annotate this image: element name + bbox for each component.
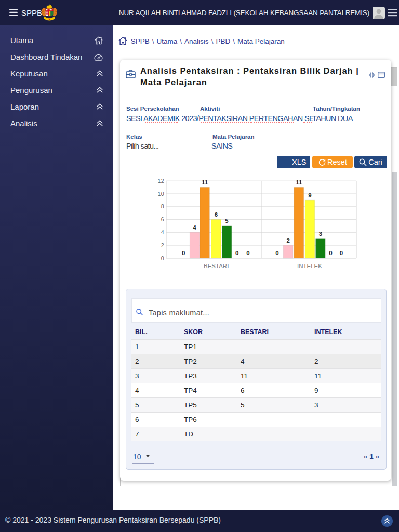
- svg-text:0: 0: [246, 250, 249, 256]
- svg-text:5: 5: [225, 218, 229, 224]
- svg-text:2: 2: [286, 237, 289, 244]
- svg-text:4: 4: [193, 224, 196, 231]
- svg-text:0: 0: [235, 250, 238, 256]
- svg-text:0: 0: [329, 250, 332, 256]
- svg-text:12: 12: [158, 178, 164, 184]
- svg-text:11: 11: [296, 179, 302, 185]
- svg-text:10: 10: [158, 191, 164, 197]
- svg-text:BESTARI: BESTARI: [204, 263, 229, 269]
- svg-text:6: 6: [215, 211, 218, 218]
- svg-text:0: 0: [275, 250, 278, 256]
- svg-text:9: 9: [308, 192, 311, 198]
- svg-text:3: 3: [319, 231, 322, 237]
- svg-text:0: 0: [182, 250, 185, 256]
- svg-text:2: 2: [161, 242, 164, 248]
- svg-text:6: 6: [161, 216, 164, 222]
- svg-text:0: 0: [340, 250, 343, 256]
- svg-text:INTELEK: INTELEK: [297, 263, 322, 269]
- svg-text:11: 11: [202, 179, 208, 185]
- svg-text:8: 8: [161, 203, 164, 209]
- svg-text:0: 0: [161, 255, 164, 261]
- svg-text:4: 4: [161, 229, 164, 235]
